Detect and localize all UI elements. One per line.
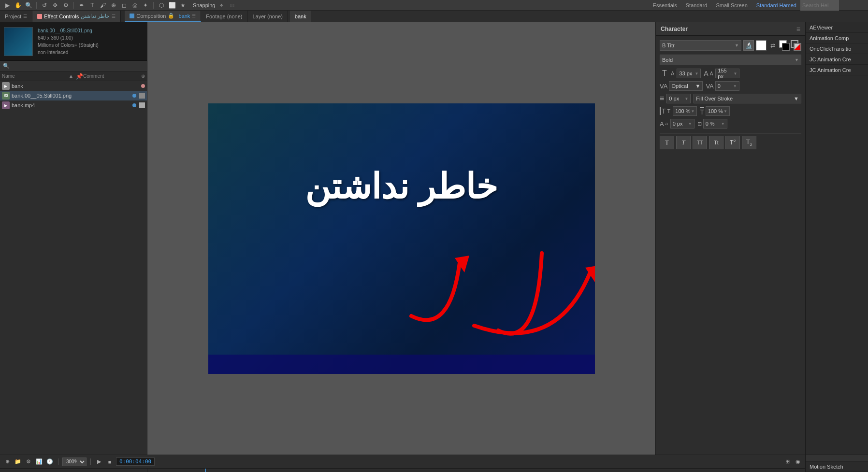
text-style-super-label: T2 <box>730 139 736 146</box>
eyedropper-button[interactable]: 🔬 <box>743 40 754 51</box>
file-row-mp4[interactable]: ▶ bank.mp4 <box>0 100 147 110</box>
swatch-white[interactable] <box>756 40 767 51</box>
composition-canvas[interactable]: خاطر نداشتن <box>147 22 655 455</box>
baseline-spinner[interactable]: ▼ <box>688 122 692 126</box>
workspace-essentials[interactable]: Essentials <box>649 0 681 11</box>
far-right-aeviewer[interactable]: AEViewer <box>806 22 868 33</box>
time-display[interactable]: 0:00:04:00 <box>116 458 155 466</box>
vertical-scale-value[interactable]: 100 % ▼ <box>673 106 697 116</box>
timeline-right <box>147 469 805 472</box>
tracking-value[interactable]: 155 px ▼ <box>715 69 739 78</box>
workspace-small[interactable]: Small Screen <box>712 0 751 11</box>
swap-colors-button[interactable]: ⇄ <box>767 40 778 51</box>
bt-graph-icon[interactable]: 📊 <box>35 458 43 466</box>
tab-layer[interactable]: Layer (none) <box>247 11 288 22</box>
clone-tool-icon[interactable]: ⊕ <box>109 1 118 10</box>
tsumi-percent-spinner[interactable]: ▼ <box>721 122 725 126</box>
arrows-overlay <box>208 103 595 374</box>
snap-options[interactable]: ⚏ <box>228 1 237 10</box>
stroke-width-group: ≡ 0 px ▼ <box>660 94 691 103</box>
puppet-icon[interactable]: ✦ <box>141 1 150 10</box>
project-tab-close-icon[interactable]: ☰ <box>23 14 27 19</box>
text-style-normal[interactable]: T <box>660 136 674 149</box>
stroke-type-select[interactable]: Fill Over Stroke ▼ <box>694 94 801 103</box>
text-style-super[interactable]: T2 <box>725 136 740 149</box>
workspace-hamed[interactable]: Standard Hamed <box>752 0 800 11</box>
tracking-spinner[interactable]: ▼ <box>733 72 737 76</box>
snapping-label: Snapping <box>193 2 216 8</box>
zoom-tool-icon[interactable]: 🔍 <box>24 1 33 10</box>
vert-scale-spinner[interactable]: ▼ <box>691 109 694 114</box>
tab-footage[interactable]: Footage (none) <box>201 11 247 22</box>
thumb-color: Millions of Colors+ (Straight) <box>38 42 99 49</box>
tab-effect-controls[interactable]: Effect Controls خاطر نداشتن ☰ <box>32 11 121 22</box>
font-size-value[interactable]: 33 px ▼ <box>677 69 701 78</box>
far-right-jc-anim2[interactable]: JC Animation Cre <box>806 65 868 75</box>
tsumi-spinner[interactable]: ▼ <box>733 84 737 88</box>
tsumi-value-field[interactable]: 0 ▼ <box>715 81 739 91</box>
bottom-area: ⊕ 📁 ⚙ 📊 🕐 300% ▶ ■ 0:00:04:00 ⊞ ◉ خاطر ن… <box>0 455 805 472</box>
font-family-select[interactable]: B Titr ▼ <box>660 40 741 51</box>
sort-icon[interactable]: ▲ <box>68 73 74 80</box>
pin-icon[interactable]: 📌 <box>76 73 83 80</box>
shape-icon[interactable]: ⬡ <box>157 1 166 10</box>
comp-tab-close-icon[interactable]: ☰ <box>192 14 196 18</box>
star-icon[interactable]: ★ <box>178 1 187 10</box>
workspace-standard[interactable]: Standard <box>682 0 711 11</box>
bt-new-icon[interactable]: ⊕ <box>3 458 12 466</box>
tsumi-percent-value[interactable]: 0 % ▼ <box>703 119 727 129</box>
text-style-smallcaps[interactable]: Tt <box>709 136 723 149</box>
motion-sketch-item[interactable]: Motion Sketch <box>806 462 868 472</box>
brush-tool-icon[interactable]: 🖌 <box>99 1 107 10</box>
font-size-spinner[interactable]: ▼ <box>694 72 698 76</box>
font-style-select[interactable]: Bold ▼ <box>660 55 801 65</box>
text-style-allcaps[interactable]: TT <box>693 136 707 149</box>
rect-icon[interactable]: ⬜ <box>168 1 176 10</box>
file-row-bank[interactable]: ▶ bank <box>0 81 147 91</box>
stroke-width-spinner[interactable]: ▼ <box>684 97 688 101</box>
tab-project[interactable]: Project ☰ <box>0 11 32 22</box>
file-row-still[interactable]: 🖼 bank.00__05.Still001.png <box>0 91 147 100</box>
text-style-italic[interactable]: T <box>676 136 691 149</box>
transparent-swatch[interactable] <box>794 43 801 51</box>
vert-scale-icon-T2: T <box>667 108 671 114</box>
baseline-value-field[interactable]: 0 px ▼ <box>670 119 694 129</box>
pan-icon[interactable]: ✥ <box>51 1 59 10</box>
settings-icon[interactable]: ⚙ <box>61 1 70 10</box>
bt-time-icon[interactable]: 🕐 <box>45 458 54 466</box>
rotate-icon[interactable]: ↺ <box>40 1 49 10</box>
col-expand-icon[interactable]: ⊕ <box>141 73 145 79</box>
far-right-oneclick[interactable]: OneClickTransitio <box>806 43 868 54</box>
horiz-scale-spinner[interactable]: ▼ <box>723 109 727 114</box>
snapping-toggle[interactable]: ⌖ <box>217 1 226 10</box>
effect-tab-close-icon[interactable]: ☰ <box>112 14 116 19</box>
stroke-icon: ≡ <box>660 94 664 103</box>
pen-tool-icon[interactable]: ✒ <box>77 1 86 10</box>
far-right-jc-anim1[interactable]: JC Animation Cre <box>806 54 868 65</box>
hand-tool-icon[interactable]: ✋ <box>14 1 22 10</box>
text-style-smallcaps-label: Tt <box>714 140 719 145</box>
project-search-input[interactable] <box>12 63 144 69</box>
bg-swatch[interactable] <box>782 43 790 51</box>
tab-composition[interactable]: Composition 🔒 bank ☰ <box>125 11 201 22</box>
zoom-select[interactable]: 300% <box>62 458 87 466</box>
text-tool-icon[interactable]: T <box>88 1 97 10</box>
character-menu-icon[interactable]: ≡ <box>796 25 800 33</box>
bt-play-icon[interactable]: ▶ <box>95 458 103 466</box>
character-panel: Character ≡ B Titr ▼ 🔬 ⇄ <box>655 22 805 455</box>
bt-more-icon[interactable]: ⊞ <box>783 458 792 466</box>
bt-solo-icon[interactable]: ◉ <box>794 458 802 466</box>
bt-settings-icon[interactable]: ⚙ <box>24 458 33 466</box>
eraser-icon[interactable]: ◻ <box>120 1 129 10</box>
search-input[interactable] <box>800 0 839 11</box>
workspace-buttons: Essentials Standard Small Screen Standar… <box>649 0 839 11</box>
stroke-width-value[interactable]: 0 px ▼ <box>666 94 691 103</box>
text-style-sub[interactable]: T2 <box>742 136 756 149</box>
roto-icon[interactable]: ◎ <box>130 1 139 10</box>
bt-folder-icon[interactable]: 📁 <box>14 458 22 466</box>
far-right-animcomp[interactable]: Animation Comp <box>806 33 868 43</box>
bt-stop-icon[interactable]: ■ <box>105 458 114 466</box>
kerning-type-select[interactable]: Optical ▼ <box>669 81 703 91</box>
arrow-tool-icon[interactable]: ▶ <box>3 1 12 10</box>
horizontal-scale-value[interactable]: 100 % ▼ <box>706 106 730 116</box>
